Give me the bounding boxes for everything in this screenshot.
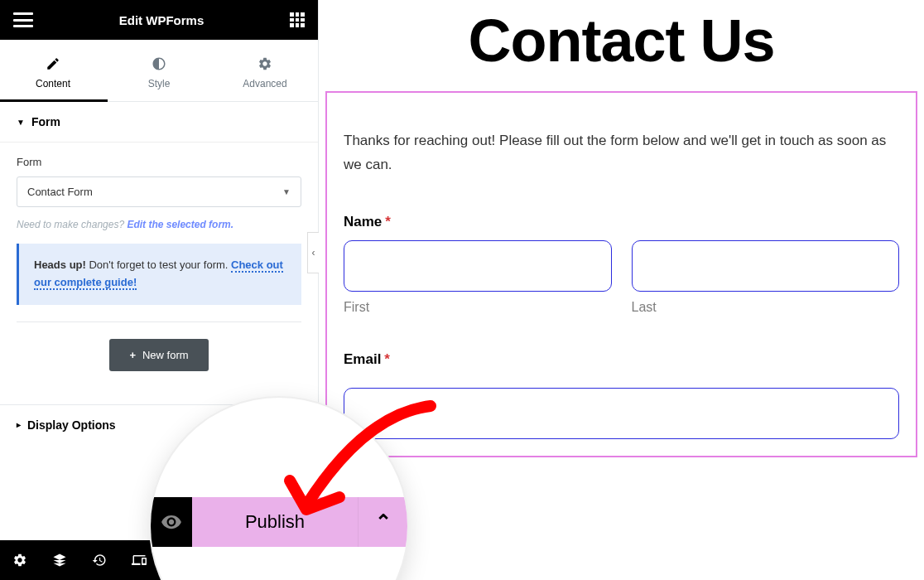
name-label: Name* [344,214,899,230]
caret-right-icon: ▸ [17,420,21,429]
form-select-label: Form [17,156,301,168]
divider [17,321,301,322]
new-form-label: New form [142,349,189,361]
tab-advanced[interactable]: Advanced [212,40,318,101]
info-text: Don't forget to test your form. [86,259,231,271]
name-field-block: Name* First Last [344,214,899,315]
publish-options-button[interactable]: ⌃ [358,497,407,547]
sidebar-header: Edit WPForms [0,0,318,40]
caret-down-icon: ▼ [17,118,25,127]
gear-icon [257,56,272,71]
helper-text: Need to make changes? Edit the selected … [0,210,318,244]
tab-content-label: Content [36,78,70,89]
page-title: Contact Us [319,7,924,75]
selected-widget[interactable]: Thanks for reaching out! Please fill out… [325,91,917,457]
tab-style-label: Style [148,78,171,89]
edit-form-link[interactable]: Edit the selected form. [127,219,233,230]
panel-collapse-handle[interactable]: ‹ [307,232,319,273]
last-name-input[interactable] [632,240,900,292]
form-select-value: Contact Form [27,186,93,198]
first-sublabel: First [344,300,612,315]
chevron-up-icon: ⌃ [375,510,392,534]
form-select[interactable]: Contact Form ▼ [17,176,301,207]
form-intro-text: Thanks for reaching out! Please fill out… [344,129,899,177]
section-form-title: Form [31,115,60,128]
apps-grid-icon[interactable] [290,12,305,27]
settings-icon[interactable] [0,540,40,580]
editor-canvas: Contact Us ‹ Thanks for reaching out! Pl… [319,0,924,580]
section-display-title: Display Options [27,418,116,432]
tab-content[interactable]: Content [0,40,106,101]
helper-prefix: Need to make changes? [17,219,127,230]
first-name-input[interactable] [344,240,612,292]
tab-style[interactable]: Style [106,40,212,101]
sidebar-title: Edit WPForms [119,13,205,27]
email-field-block: Email* [344,351,899,439]
last-sublabel: Last [632,300,900,315]
publish-label: Publish [245,511,305,533]
email-label: Email* [344,351,899,368]
new-form-button[interactable]: +New form [109,339,208,371]
pencil-icon [46,56,60,71]
required-asterisk: * [384,351,390,367]
chevron-down-icon: ▼ [282,187,291,196]
contrast-icon [152,56,166,71]
publish-button[interactable]: Publish [192,497,358,547]
navigator-icon[interactable] [40,540,79,580]
info-strong: Heads up! [34,259,86,271]
section-form-header[interactable]: ▼ Form [0,102,318,143]
plus-icon: + [129,349,136,361]
form-select-group: Form Contact Form ▼ [0,143,318,210]
tab-advanced-label: Advanced [243,78,286,89]
eye-icon[interactable] [161,511,182,533]
history-icon[interactable] [79,540,119,580]
preview-icon-wrap [151,497,192,547]
required-asterisk: * [385,214,391,230]
editor-tabs: Content Style Advanced [0,40,318,102]
info-box: Heads up! Don't forget to test your form… [17,244,301,305]
menu-icon[interactable] [13,12,33,27]
email-input[interactable] [344,388,899,439]
